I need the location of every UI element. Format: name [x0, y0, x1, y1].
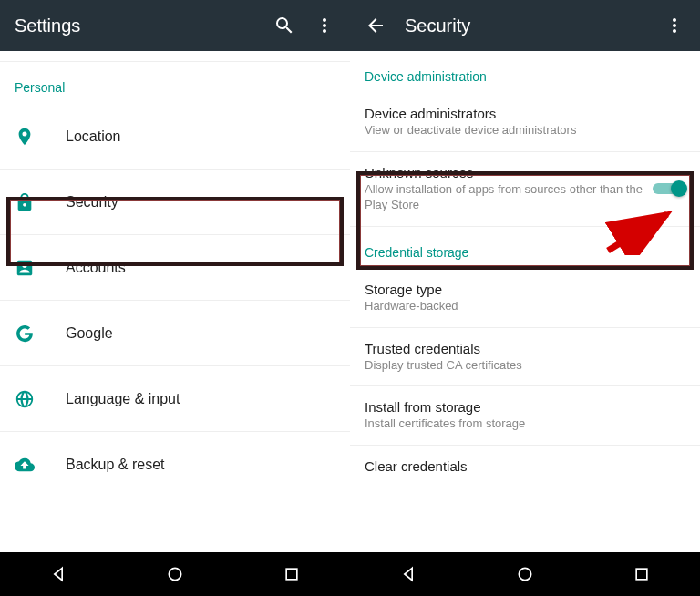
item-label: Accounts: [66, 260, 335, 276]
settings-item-backup[interactable]: Backup & reset: [0, 432, 350, 498]
settings-item-security[interactable]: Security: [0, 170, 350, 235]
security-appbar: Security: [350, 0, 700, 51]
section-personal: Personal: [0, 62, 350, 104]
setting-title: Device administrators: [365, 106, 685, 121]
section-device-admin: Device administration: [350, 51, 700, 93]
svg-point-0: [169, 568, 180, 580]
settings-title: Settings: [15, 15, 255, 36]
setting-title: Clear credentials: [365, 458, 685, 474]
setting-title: Install from storage: [365, 399, 685, 415]
lock-icon: [15, 192, 51, 212]
setting-title: Unknown sources: [365, 165, 653, 180]
settings-item-google[interactable]: Google: [0, 301, 350, 366]
settings-item-accounts[interactable]: Accounts: [0, 235, 350, 301]
item-label: Security: [66, 194, 335, 211]
nav-recent-icon[interactable]: [279, 561, 304, 587]
setting-trusted-credentials[interactable]: Trusted credentials Display trusted CA c…: [350, 328, 700, 387]
nav-recent-icon[interactable]: [629, 561, 654, 587]
setting-title: Trusted credentials: [365, 341, 685, 356]
setting-subtitle: Display trusted CA certificates: [365, 358, 685, 374]
more-icon[interactable]: [664, 15, 685, 36]
google-icon: [15, 324, 51, 344]
svg-rect-3: [636, 569, 647, 580]
setting-unknown-sources[interactable]: Unknown sources Allow installation of ap…: [350, 152, 700, 227]
navbar: [350, 552, 700, 596]
more-icon[interactable]: [314, 15, 335, 36]
globe-icon: [15, 389, 51, 409]
backup-icon: [15, 455, 51, 475]
item-label: Backup & reset: [66, 457, 335, 473]
setting-subtitle: Hardware-backed: [365, 299, 685, 314]
divider: [0, 51, 350, 62]
settings-item-language[interactable]: Language & input: [0, 366, 350, 432]
setting-subtitle: Allow installation of apps from sources …: [365, 182, 653, 213]
svg-point-2: [519, 568, 530, 580]
setting-storage-type[interactable]: Storage type Hardware-backed: [350, 269, 700, 328]
settings-item-location[interactable]: Location: [0, 104, 350, 170]
item-label: Google: [66, 325, 335, 342]
account-icon: [15, 258, 51, 278]
settings-appbar: Settings: [0, 0, 350, 51]
nav-home-icon[interactable]: [512, 561, 538, 587]
location-icon: [15, 127, 51, 147]
search-icon[interactable]: [273, 15, 295, 36]
unknown-sources-toggle[interactable]: [653, 180, 685, 198]
setting-device-administrators[interactable]: Device administrators View or deactivate…: [350, 93, 700, 152]
setting-subtitle: View or deactivate device administrators: [365, 123, 685, 139]
section-credential-storage: Credential storage: [350, 227, 700, 269]
svg-rect-1: [286, 569, 297, 580]
item-label: Language & input: [66, 391, 335, 407]
setting-title: Storage type: [365, 282, 685, 297]
navbar: [0, 552, 350, 596]
back-arrow-icon[interactable]: [365, 15, 386, 36]
setting-clear-credentials[interactable]: Clear credentials: [350, 446, 700, 488]
item-label: Location: [66, 128, 335, 145]
setting-install-storage[interactable]: Install from storage Install certificate…: [350, 386, 700, 446]
nav-home-icon[interactable]: [162, 561, 188, 587]
nav-back-icon[interactable]: [396, 561, 421, 587]
nav-back-icon[interactable]: [46, 561, 71, 587]
setting-subtitle: Install certificates from storage: [365, 416, 685, 432]
security-title: Security: [405, 15, 645, 36]
